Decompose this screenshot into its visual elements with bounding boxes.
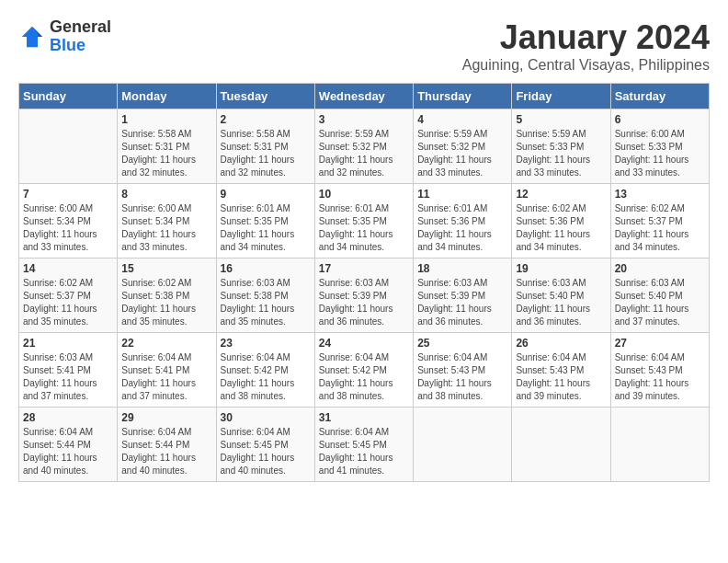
day-cell: 17Sunrise: 6:03 AMSunset: 5:39 PMDayligh…	[314, 259, 413, 333]
day-number: 27	[615, 337, 705, 350]
day-detail: Sunrise: 5:59 AMSunset: 5:32 PMDaylight:…	[417, 128, 507, 179]
day-detail: Sunrise: 6:01 AMSunset: 5:35 PMDaylight:…	[319, 202, 409, 254]
day-cell: 2Sunrise: 5:58 AMSunset: 5:31 PMDaylight…	[216, 109, 314, 184]
day-cell: 18Sunrise: 6:03 AMSunset: 5:39 PMDayligh…	[414, 259, 512, 333]
day-number: 16	[221, 262, 311, 275]
day-detail: Sunrise: 6:04 AMSunset: 5:42 PMDaylight:…	[221, 351, 311, 403]
day-detail: Sunrise: 6:04 AMSunset: 5:45 PMDaylight:…	[221, 426, 311, 477]
day-detail: Sunrise: 6:00 AMSunset: 5:34 PMDaylight:…	[23, 202, 113, 254]
day-detail: Sunrise: 6:04 AMSunset: 5:44 PMDaylight:…	[23, 426, 113, 477]
day-cell: 5Sunrise: 5:59 AMSunset: 5:33 PMDaylight…	[512, 109, 610, 184]
day-cell: 13Sunrise: 6:02 AMSunset: 5:37 PMDayligh…	[610, 184, 709, 259]
header-row: SundayMondayTuesdayWednesdayThursdayFrid…	[19, 84, 710, 109]
day-detail: Sunrise: 5:58 AMSunset: 5:31 PMDaylight:…	[121, 128, 211, 179]
week-row-2: 7Sunrise: 6:00 AMSunset: 5:34 PMDaylight…	[19, 184, 710, 259]
day-number: 3	[319, 113, 409, 126]
day-cell: 26Sunrise: 6:04 AMSunset: 5:43 PMDayligh…	[512, 333, 610, 408]
logo-text: General Blue	[50, 18, 111, 55]
day-number: 17	[319, 262, 409, 275]
day-cell: 27Sunrise: 6:04 AMSunset: 5:43 PMDayligh…	[610, 333, 709, 408]
day-cell: 3Sunrise: 5:59 AMSunset: 5:32 PMDaylight…	[314, 109, 413, 184]
week-row-4: 21Sunrise: 6:03 AMSunset: 5:41 PMDayligh…	[19, 333, 710, 408]
day-number: 18	[417, 262, 507, 275]
day-cell: 21Sunrise: 6:03 AMSunset: 5:41 PMDayligh…	[19, 333, 118, 408]
day-detail: Sunrise: 6:01 AMSunset: 5:35 PMDaylight:…	[221, 202, 311, 254]
day-detail: Sunrise: 6:03 AMSunset: 5:39 PMDaylight:…	[319, 277, 409, 328]
day-detail: Sunrise: 6:03 AMSunset: 5:41 PMDaylight:…	[23, 351, 113, 403]
day-detail: Sunrise: 6:04 AMSunset: 5:43 PMDaylight:…	[516, 351, 606, 403]
day-number: 5	[516, 113, 606, 126]
day-cell	[19, 109, 118, 184]
day-cell: 22Sunrise: 6:04 AMSunset: 5:41 PMDayligh…	[118, 333, 216, 408]
col-header-tuesday: Tuesday	[216, 84, 314, 109]
day-number: 4	[417, 113, 507, 126]
day-cell	[512, 408, 610, 482]
logo-icon	[18, 23, 46, 51]
day-detail: Sunrise: 6:03 AMSunset: 5:39 PMDaylight:…	[417, 277, 507, 328]
day-cell: 12Sunrise: 6:02 AMSunset: 5:36 PMDayligh…	[512, 184, 610, 259]
day-number: 22	[121, 337, 211, 350]
day-number: 12	[516, 188, 606, 201]
day-cell: 29Sunrise: 6:04 AMSunset: 5:44 PMDayligh…	[118, 408, 216, 482]
day-detail: Sunrise: 6:04 AMSunset: 5:44 PMDaylight:…	[121, 426, 211, 477]
col-header-monday: Monday	[118, 84, 216, 109]
day-detail: Sunrise: 6:01 AMSunset: 5:36 PMDaylight:…	[417, 202, 507, 254]
day-cell: 1Sunrise: 5:58 AMSunset: 5:31 PMDaylight…	[118, 109, 216, 184]
month-title: January 2024	[462, 18, 710, 57]
day-cell: 8Sunrise: 6:00 AMSunset: 5:34 PMDaylight…	[118, 184, 216, 259]
day-cell: 16Sunrise: 6:03 AMSunset: 5:38 PMDayligh…	[216, 259, 314, 333]
day-cell: 15Sunrise: 6:02 AMSunset: 5:38 PMDayligh…	[118, 259, 216, 333]
col-header-friday: Friday	[512, 84, 610, 109]
day-number: 19	[516, 262, 606, 275]
day-cell: 11Sunrise: 6:01 AMSunset: 5:36 PMDayligh…	[414, 184, 512, 259]
day-cell: 23Sunrise: 6:04 AMSunset: 5:42 PMDayligh…	[216, 333, 314, 408]
day-number: 25	[417, 337, 507, 350]
day-number: 1	[121, 113, 211, 126]
day-detail: Sunrise: 5:59 AMSunset: 5:33 PMDaylight:…	[516, 128, 606, 179]
day-detail: Sunrise: 6:00 AMSunset: 5:33 PMDaylight:…	[615, 128, 705, 179]
day-cell: 14Sunrise: 6:02 AMSunset: 5:37 PMDayligh…	[19, 259, 118, 333]
day-detail: Sunrise: 6:04 AMSunset: 5:43 PMDaylight:…	[417, 351, 507, 403]
day-number: 14	[23, 262, 113, 275]
week-row-1: 1Sunrise: 5:58 AMSunset: 5:31 PMDaylight…	[19, 109, 710, 184]
col-header-thursday: Thursday	[414, 84, 512, 109]
day-detail: Sunrise: 6:04 AMSunset: 5:45 PMDaylight:…	[319, 426, 409, 477]
day-detail: Sunrise: 6:04 AMSunset: 5:41 PMDaylight:…	[121, 351, 211, 403]
day-detail: Sunrise: 6:03 AMSunset: 5:38 PMDaylight:…	[221, 277, 311, 328]
day-detail: Sunrise: 6:04 AMSunset: 5:42 PMDaylight:…	[319, 351, 409, 403]
day-number: 29	[121, 411, 211, 424]
week-row-5: 28Sunrise: 6:04 AMSunset: 5:44 PMDayligh…	[19, 408, 710, 482]
day-number: 7	[23, 188, 113, 201]
day-number: 30	[221, 411, 311, 424]
day-cell: 10Sunrise: 6:01 AMSunset: 5:35 PMDayligh…	[314, 184, 413, 259]
day-detail: Sunrise: 6:00 AMSunset: 5:34 PMDaylight:…	[121, 202, 211, 254]
day-cell: 4Sunrise: 5:59 AMSunset: 5:32 PMDaylight…	[414, 109, 512, 184]
col-header-saturday: Saturday	[610, 84, 709, 109]
day-number: 26	[516, 337, 606, 350]
location-subtitle: Aguining, Central Visayas, Philippines	[462, 57, 710, 74]
day-number: 21	[23, 337, 113, 350]
day-number: 23	[221, 337, 311, 350]
day-cell: 30Sunrise: 6:04 AMSunset: 5:45 PMDayligh…	[216, 408, 314, 482]
day-detail: Sunrise: 5:58 AMSunset: 5:31 PMDaylight:…	[221, 128, 311, 179]
day-cell: 6Sunrise: 6:00 AMSunset: 5:33 PMDaylight…	[610, 109, 709, 184]
day-detail: Sunrise: 6:02 AMSunset: 5:37 PMDaylight:…	[615, 202, 705, 254]
col-header-sunday: Sunday	[19, 84, 118, 109]
day-cell: 19Sunrise: 6:03 AMSunset: 5:40 PMDayligh…	[512, 259, 610, 333]
day-detail: Sunrise: 6:02 AMSunset: 5:37 PMDaylight:…	[23, 277, 113, 328]
title-block: January 2024 Aguining, Central Visayas, …	[462, 18, 710, 74]
day-detail: Sunrise: 5:59 AMSunset: 5:32 PMDaylight:…	[319, 128, 409, 179]
day-cell: 9Sunrise: 6:01 AMSunset: 5:35 PMDaylight…	[216, 184, 314, 259]
day-cell: 7Sunrise: 6:00 AMSunset: 5:34 PMDaylight…	[19, 184, 118, 259]
day-cell: 24Sunrise: 6:04 AMSunset: 5:42 PMDayligh…	[314, 333, 413, 408]
logo: General Blue	[18, 18, 111, 55]
day-detail: Sunrise: 6:03 AMSunset: 5:40 PMDaylight:…	[516, 277, 606, 328]
day-number: 28	[23, 411, 113, 424]
week-row-3: 14Sunrise: 6:02 AMSunset: 5:37 PMDayligh…	[19, 259, 710, 333]
day-number: 15	[121, 262, 211, 275]
day-cell: 28Sunrise: 6:04 AMSunset: 5:44 PMDayligh…	[19, 408, 118, 482]
day-cell	[414, 408, 512, 482]
day-number: 8	[121, 188, 211, 201]
day-cell: 25Sunrise: 6:04 AMSunset: 5:43 PMDayligh…	[414, 333, 512, 408]
day-detail: Sunrise: 6:02 AMSunset: 5:38 PMDaylight:…	[121, 277, 211, 328]
